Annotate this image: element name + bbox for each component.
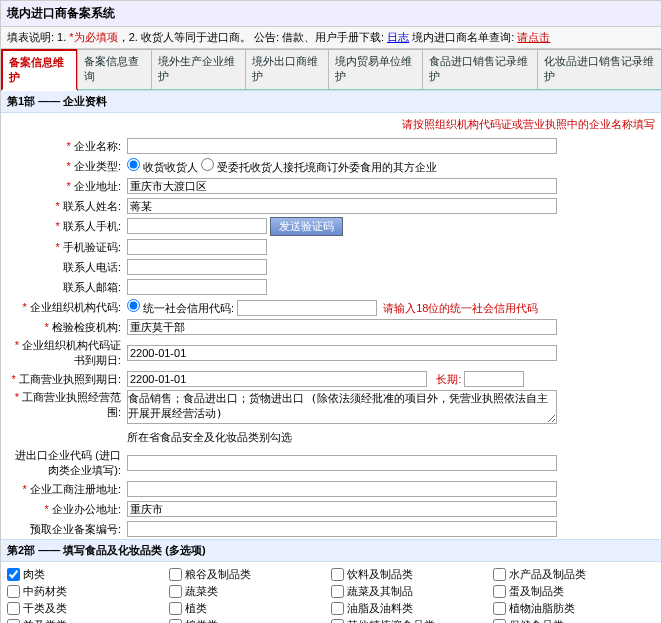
lbl-orgcode: 企业组织机构代码: — [30, 301, 121, 313]
category-label: 肉类 — [23, 567, 45, 582]
lbl-address: 企业地址: — [74, 180, 121, 192]
category-item[interactable]: 植物油脂肪类 — [493, 600, 655, 617]
radio-unified[interactable] — [127, 299, 140, 312]
lbl-office: 企业办公地址: — [52, 503, 121, 515]
radio-type2-label: 受委托收货人接托境商订外委食用的其方企业 — [217, 161, 437, 173]
category-checkbox[interactable] — [169, 568, 182, 581]
info-mid: ，2. 收货人等同于进口商。 公告: 借款、用户手册下载: — [118, 31, 388, 43]
category-checkbox[interactable] — [331, 568, 344, 581]
category-label: 蔬菜及其制品 — [347, 584, 413, 599]
category-item[interactable]: 粮谷及制品类 — [169, 566, 331, 583]
category-label: 羊及类类 — [23, 618, 67, 623]
category-grid-food: 肉类粮谷及制品类饮料及制品类水产品及制品类中药材类蔬菜类蔬菜及其制品蛋及制品类干… — [1, 562, 661, 623]
tab-cosmetic-import-record[interactable]: 化妆品进口销售记录维护 — [537, 49, 662, 89]
category-checkbox[interactable] — [331, 585, 344, 598]
input-tel[interactable] — [127, 259, 267, 275]
input-mobile[interactable] — [127, 218, 267, 234]
lbl-company-type: 企业类型: — [74, 160, 121, 172]
category-item[interactable]: 肉类 — [7, 566, 169, 583]
input-address[interactable] — [127, 178, 557, 194]
tab-register-info[interactable]: 备案信息维护 — [1, 49, 78, 91]
category-item[interactable]: 棉类类 — [169, 617, 331, 623]
category-item[interactable]: 干类及类 — [7, 600, 169, 617]
category-checkbox[interactable] — [7, 568, 20, 581]
category-checkbox[interactable] — [493, 602, 506, 615]
category-item[interactable]: 其他精炼溶食品类 — [331, 617, 493, 623]
input-orgdate[interactable] — [127, 345, 557, 361]
input-email[interactable] — [127, 279, 267, 295]
lbl-pre-code: 预取企业备案编号: — [30, 523, 121, 535]
category-label: 保健食品类 — [509, 618, 564, 623]
category-label: 植物油脂肪类 — [509, 601, 575, 616]
input-pre-code[interactable] — [127, 521, 557, 537]
input-bizscope[interactable] — [127, 390, 557, 424]
category-label: 植类 — [185, 601, 207, 616]
category-checkbox[interactable] — [331, 619, 344, 623]
lbl-verify: 手机验证码: — [63, 241, 121, 253]
info-bar: 填表说明: 1. *为必填项，2. 收货人等同于进口商。 公告: 借款、用户手册… — [1, 27, 661, 49]
category-checkbox[interactable] — [493, 619, 506, 623]
category-checkbox[interactable] — [331, 602, 344, 615]
list-link[interactable]: 请点击 — [517, 31, 550, 43]
lbl-export-code: 进出口企业代码 (进口肉类企业填写): — [15, 449, 121, 476]
radio-type1-label: 收货收货人 — [143, 161, 198, 173]
input-regaddr[interactable] — [127, 481, 557, 497]
note-bizscope: 所在省食品安全及化妆品类别勾选 — [127, 431, 292, 443]
tab-foreign-exporter[interactable]: 境外出口商维护 — [245, 49, 330, 89]
lbl-mobile: 联系人手机: — [63, 220, 121, 232]
section2-header: 第2部 —— 填写食品及化妆品类 (多选项) — [1, 539, 661, 562]
category-checkbox[interactable] — [7, 602, 20, 615]
input-verify[interactable] — [127, 239, 267, 255]
lbl-bizdate: 工商营业执照到期日: — [19, 373, 121, 385]
category-item[interactable]: 油脂及油料类 — [331, 600, 493, 617]
radio-type2[interactable] — [201, 158, 214, 171]
category-checkbox[interactable] — [493, 585, 506, 598]
category-label: 蛋及制品类 — [509, 584, 564, 599]
category-item[interactable]: 植类 — [169, 600, 331, 617]
category-checkbox[interactable] — [169, 585, 182, 598]
input-export-code[interactable] — [127, 455, 557, 471]
lbl-long: 长期: — [436, 373, 461, 385]
tab-domestic-trade[interactable]: 境内贸易单位维护 — [328, 49, 423, 89]
category-checkbox[interactable] — [7, 619, 20, 623]
lbl-contact: 联系人姓名: — [63, 200, 121, 212]
category-checkbox[interactable] — [169, 602, 182, 615]
tab-food-import-record[interactable]: 食品进口销售记录维护 — [422, 49, 537, 89]
category-checkbox[interactable] — [7, 585, 20, 598]
category-item[interactable]: 水产品及制品类 — [493, 566, 655, 583]
input-long[interactable] — [464, 371, 524, 387]
radio-unified-label: 统一社会信用代码: — [143, 302, 234, 314]
tabs: 备案信息维护 备案信息查询 境外生产企业维护 境外出口商维护 境内贸易单位维护 … — [1, 49, 661, 90]
download-link[interactable]: 日志 — [387, 31, 409, 43]
category-label: 干类及类 — [23, 601, 67, 616]
category-label: 蔬菜类 — [185, 584, 218, 599]
btn-send-verify[interactable]: 发送验证码 — [270, 217, 343, 236]
lbl-regaddr: 企业工商注册地址: — [30, 483, 121, 495]
input-company-name[interactable] — [127, 138, 557, 154]
lbl-bizscope: 工商营业执照经营范围: — [22, 391, 121, 418]
category-item[interactable]: 保健食品类 — [493, 617, 655, 623]
info-prefix: 填表说明: 1. — [7, 31, 69, 43]
category-checkbox[interactable] — [169, 619, 182, 623]
input-orgcode[interactable] — [237, 300, 377, 316]
category-item[interactable]: 蔬菜及其制品 — [331, 583, 493, 600]
tab-foreign-producer[interactable]: 境外生产企业维护 — [151, 49, 246, 89]
hint-orgcode: 请输入18位的统一社会信用代码 — [383, 302, 538, 314]
input-office[interactable] — [127, 501, 557, 517]
radio-type1[interactable] — [127, 158, 140, 171]
input-inspect[interactable] — [127, 319, 557, 335]
category-item[interactable]: 饮料及制品类 — [331, 566, 493, 583]
category-item[interactable]: 蔬菜类 — [169, 583, 331, 600]
category-item[interactable]: 中药材类 — [7, 583, 169, 600]
category-label: 油脂及油料类 — [347, 601, 413, 616]
tab-register-query[interactable]: 备案信息查询 — [77, 49, 152, 89]
category-item[interactable]: 羊及类类 — [7, 617, 169, 623]
info-required: *为必填项 — [69, 31, 117, 43]
input-contact[interactable] — [127, 198, 557, 214]
category-label: 水产品及制品类 — [509, 567, 586, 582]
category-item[interactable]: 蛋及制品类 — [493, 583, 655, 600]
section1-header: 第1部 —— 企业资料 — [1, 90, 661, 113]
input-bizdate[interactable] — [127, 371, 427, 387]
lbl-tel: 联系人电话: — [63, 261, 121, 273]
category-checkbox[interactable] — [493, 568, 506, 581]
